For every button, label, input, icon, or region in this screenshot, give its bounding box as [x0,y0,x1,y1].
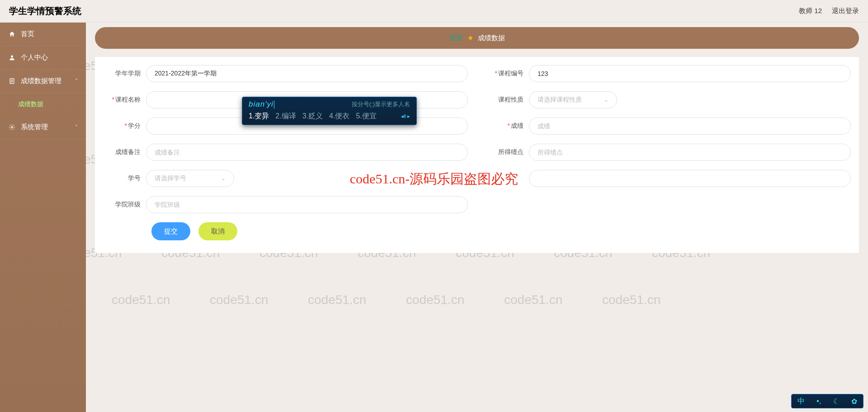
user-icon [8,54,15,61]
input-score[interactable] [529,117,851,135]
label-course-no: *课程编号 [486,70,529,78]
input-score-note[interactable] [146,144,468,161]
chevron-down-icon: ⌄ [604,97,609,103]
nav-label: 成绩数据管理 [21,77,61,85]
nav-label: 成绩数据 [18,100,43,108]
form-panel: 学年学期 *课程编号 *课程名称 课程性质 请选择课程性质 ⌄ [95,57,859,253]
header: 学生学情预警系统 教师 12 退出登录 [0,0,868,23]
label-score: *成绩 [486,122,529,130]
select-course-type[interactable]: 请选择课程性质 ⌄ [529,91,617,108]
label-course-name: *课程名称 [103,96,146,104]
nav-home[interactable]: 首页 [0,23,86,46]
main-area: 首页 ★ 成绩数据 学年学期 *课程编号 *课程名称 课程性质 [86,23,868,412]
svg-point-0 [11,56,13,58]
svg-point-2 [11,126,13,128]
chevron-up-icon: ˄ [75,78,78,84]
input-gpa[interactable] [529,144,851,161]
app-title: 学生学情预警系统 [9,5,81,17]
ime-composition: bian'yi [249,100,274,109]
label-student-no: 学号 [103,174,146,183]
select-placeholder: 请选择学号 [155,174,186,183]
label-semester: 学年学期 [103,70,146,78]
ime-moon-icon[interactable]: ☾ [833,397,840,406]
ime-candidate[interactable]: 3.贬义 [302,112,323,121]
chevron-down-icon: ˅ [75,124,78,131]
ime-status-bar[interactable]: 中 •, ☾ ✿ [791,394,863,408]
breadcrumb: 首页 ★ 成绩数据 [95,27,859,49]
nav-score-data[interactable]: 成绩数据 [0,93,86,116]
ime-candidate[interactable]: 4.便衣 [329,112,349,121]
nav-label: 个人中心 [21,53,48,62]
nav-system[interactable]: 系统管理 ˅ [0,116,86,139]
ime-lang-icon[interactable]: 中 [797,397,805,406]
select-student-no[interactable]: 请选择学号 ⌄ [146,170,234,187]
input-right-5[interactable] [529,170,851,187]
submit-button[interactable]: 提交 [151,222,190,240]
label-college: 学院班级 [103,201,146,209]
star-icon: ★ [467,34,473,42]
ime-settings-icon[interactable]: ✿ [851,397,857,406]
nav-profile[interactable]: 个人中心 [0,46,86,70]
nav-score-mgmt[interactable]: 成绩数据管理 ˄ [0,70,86,93]
ime-candidate[interactable]: 5.便宜 [356,112,376,121]
ime-candidate[interactable]: 1.变异 [249,112,269,121]
input-semester[interactable] [146,65,468,82]
input-course-no[interactable] [529,65,851,82]
ime-hint: 按分号(;)显示更多人名 [352,100,410,108]
breadcrumb-home[interactable]: 首页 [449,34,463,42]
logout-link[interactable]: 退出登录 [832,7,859,15]
nav-label: 系统管理 [21,123,48,131]
label-gpa: 所得绩点 [486,148,529,156]
select-placeholder: 请选择课程性质 [538,96,582,104]
nav-label: 首页 [21,30,34,38]
ime-punct-icon[interactable]: •, [816,397,821,405]
ime-popup: bian'yi 按分号(;)显示更多人名 1.变异 2.编译 3.贬义 4.便衣… [242,97,417,125]
ime-pager-icon[interactable]: ◂ll ▸ [401,113,410,119]
cancel-button[interactable]: 取消 [198,222,237,240]
sidebar: 首页 个人中心 成绩数据管理 ˄ 成绩数据 系统管理 ˅ [0,23,86,412]
doc-icon [8,78,15,85]
label-credit: *学分 [103,122,146,130]
ime-candidate[interactable]: 2.编译 [275,112,296,121]
chevron-down-icon: ⌄ [221,175,226,182]
input-college[interactable] [146,196,468,213]
label-score-note: 成绩备注 [103,148,146,156]
breadcrumb-current: 成绩数据 [478,34,505,42]
gear-icon [8,124,15,131]
home-icon [8,31,15,38]
user-label[interactable]: 教师 12 [799,7,822,15]
label-course-type: 课程性质 [486,96,529,104]
